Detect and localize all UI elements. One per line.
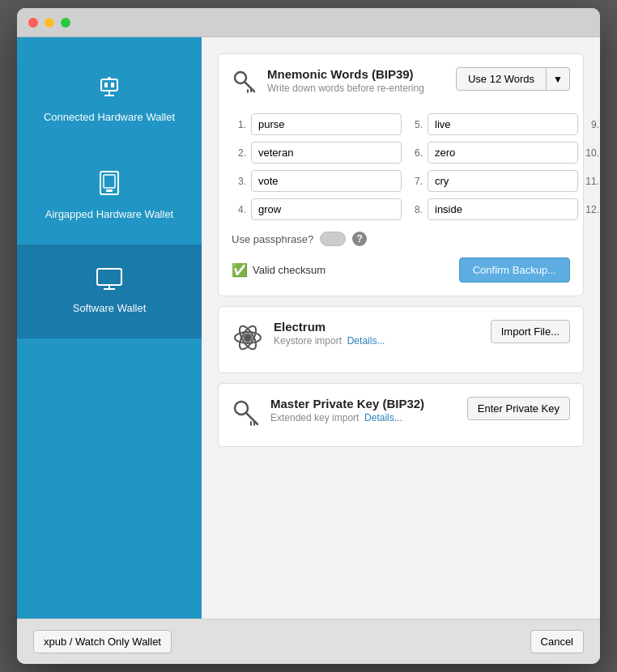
master-key-title: Master Private Key (BIP32) — [270, 397, 424, 410]
electrum-text-group: Electrum Keystore import Details... — [274, 320, 385, 347]
word-num-3: 3. — [232, 176, 246, 187]
word-num-11: 11. — [585, 176, 599, 187]
word-row-6: 6. — [408, 142, 578, 164]
checksum-label: Valid checksum — [253, 264, 326, 276]
passphrase-label: Use passphrase? — [232, 233, 313, 245]
electrum-title-group: ₿ Electrum Keystore import Details... — [232, 320, 385, 359]
checksum-valid: ✅ Valid checksum — [232, 262, 326, 278]
main-window: Connected Hardware Wallet Airgapped Hard… — [17, 8, 600, 664]
enter-private-key-button[interactable]: Enter Private Key — [467, 397, 570, 420]
key-mnemonic-icon — [232, 69, 257, 100]
maximize-button[interactable] — [61, 18, 70, 28]
master-key-subtitle: Extended key import Details... — [270, 412, 424, 423]
sidebar: Connected Hardware Wallet Airgapped Hard… — [17, 37, 202, 619]
word-num-8: 8. — [408, 204, 423, 215]
mnemonic-title-text: Mnemonic Words (BIP39) Write down words … — [267, 67, 424, 94]
word-input-4[interactable] — [251, 198, 402, 220]
right-panel: Mnemonic Words (BIP39) Write down words … — [202, 37, 600, 619]
checkmark-icon: ✅ — [232, 262, 248, 278]
usb-icon — [95, 76, 124, 104]
word-row-10: 10. — [585, 142, 600, 164]
sidebar-label-airgapped-hardware: Airgapped Hardware Wallet — [45, 208, 173, 222]
word-row-1: 1. — [232, 113, 402, 135]
master-key-icon — [232, 398, 261, 433]
mnemonic-header: Mnemonic Words (BIP39) Write down words … — [232, 67, 570, 100]
master-key-header: Master Private Key (BIP32) Extended key … — [232, 397, 570, 433]
use-12-words-button[interactable]: Use 12 Words — [456, 67, 547, 91]
word-num-10: 10. — [585, 147, 599, 159]
word-column-3: 9. 10. 11. 12. — [585, 113, 600, 220]
mnemonic-title: Mnemonic Words (BIP39) — [267, 67, 424, 81]
sidebar-item-airgapped-hardware-wallet[interactable]: Airgapped Hardware Wallet — [17, 147, 202, 245]
sidebar-item-software-wallet[interactable]: Software Wallet — [17, 245, 202, 338]
svg-rect-9 — [97, 269, 121, 285]
svg-rect-7 — [104, 175, 115, 188]
sidebar-label-connected-hardware: Connected Hardware Wallet — [44, 111, 175, 125]
electrum-section: ₿ Electrum Keystore import Details... Im… — [218, 306, 584, 373]
word-count-dropdown-button[interactable]: ▼ — [547, 67, 570, 91]
electrum-details-link[interactable]: Details... — [347, 335, 385, 347]
word-row-7: 7. — [408, 170, 578, 192]
cancel-button[interactable]: Cancel — [530, 630, 584, 653]
minimize-button[interactable] — [45, 18, 54, 28]
mnemonic-subtitle: Write down words before re-entering — [267, 83, 424, 94]
svg-point-5 — [108, 77, 111, 80]
word-num-2: 2. — [232, 147, 246, 159]
mnemonic-title-group: Mnemonic Words (BIP39) Write down words … — [232, 67, 424, 100]
svg-rect-0 — [101, 79, 117, 91]
word-num-12: 12. — [585, 204, 599, 215]
word-row-2: 2. — [232, 142, 402, 164]
svg-rect-2 — [111, 83, 114, 87]
titlebar — [17, 8, 600, 37]
electrum-subtitle: Keystore import Details... — [274, 335, 385, 347]
word-row-5: 5. — [408, 113, 578, 135]
mnemonic-section: Mnemonic Words (BIP39) Write down words … — [218, 53, 584, 296]
master-key-text-group: Master Private Key (BIP32) Extended key … — [270, 397, 424, 423]
word-num-7: 7. — [408, 176, 423, 187]
mnemonic-word-grid: 1. 2. 3. 4. — [232, 113, 570, 220]
word-num-4: 4. — [232, 204, 246, 215]
passphrase-toggle[interactable] — [320, 232, 346, 246]
master-key-title-group: Master Private Key (BIP32) Extended key … — [232, 397, 424, 433]
word-row-12: 12. — [585, 198, 600, 220]
word-num-5: 5. — [408, 119, 423, 130]
word-input-3[interactable] — [251, 170, 402, 192]
sidebar-label-software: Software Wallet — [73, 302, 147, 316]
svg-rect-8 — [106, 189, 113, 192]
import-file-button[interactable]: Import File... — [491, 320, 570, 343]
electrum-atom-icon: ₿ — [232, 321, 264, 359]
word-row-8: 8. — [408, 198, 578, 220]
word-row-11: 11. — [585, 170, 600, 192]
word-column-1: 1. 2. 3. 4. — [232, 113, 402, 220]
word-input-6[interactable] — [428, 142, 578, 164]
checksum-row: ✅ Valid checksum Confirm Backup... — [232, 257, 570, 283]
airgap-icon — [97, 170, 121, 202]
sidebar-item-connected-hardware-wallet[interactable]: Connected Hardware Wallet — [17, 53, 202, 147]
word-row-4: 4. — [232, 198, 402, 220]
word-input-5[interactable] — [428, 113, 578, 135]
word-input-1[interactable] — [251, 113, 402, 135]
word-column-2: 5. 6. 7. 8. — [408, 113, 578, 220]
word-input-7[interactable] — [428, 170, 578, 192]
svg-line-13 — [245, 82, 254, 91]
main-content: Connected Hardware Wallet Airgapped Hard… — [17, 37, 600, 619]
xpub-watch-only-button[interactable]: xpub / Watch Only Wallet — [33, 630, 172, 653]
help-icon[interactable]: ? — [352, 232, 367, 246]
word-input-2[interactable] — [251, 142, 402, 164]
word-row-9: 9. — [585, 113, 600, 135]
master-key-section: Master Private Key (BIP32) Extended key … — [218, 383, 584, 447]
electrum-header: ₿ Electrum Keystore import Details... Im… — [232, 320, 570, 359]
word-num-1: 1. — [232, 119, 246, 130]
word-input-8[interactable] — [428, 198, 578, 220]
close-button[interactable] — [28, 18, 38, 28]
word-count-selector: Use 12 Words ▼ — [456, 67, 570, 91]
svg-rect-1 — [104, 83, 108, 87]
footer: xpub / Watch Only Wallet Cancel — [17, 619, 600, 664]
master-key-details-link[interactable]: Details... — [364, 412, 402, 423]
word-row-3: 3. — [232, 170, 402, 192]
word-num-6: 6. — [408, 147, 423, 159]
monitor-icon — [96, 267, 123, 296]
passphrase-row: Use passphrase? ? — [232, 232, 570, 246]
electrum-title: Electrum — [274, 320, 385, 334]
confirm-backup-button[interactable]: Confirm Backup... — [459, 257, 570, 283]
